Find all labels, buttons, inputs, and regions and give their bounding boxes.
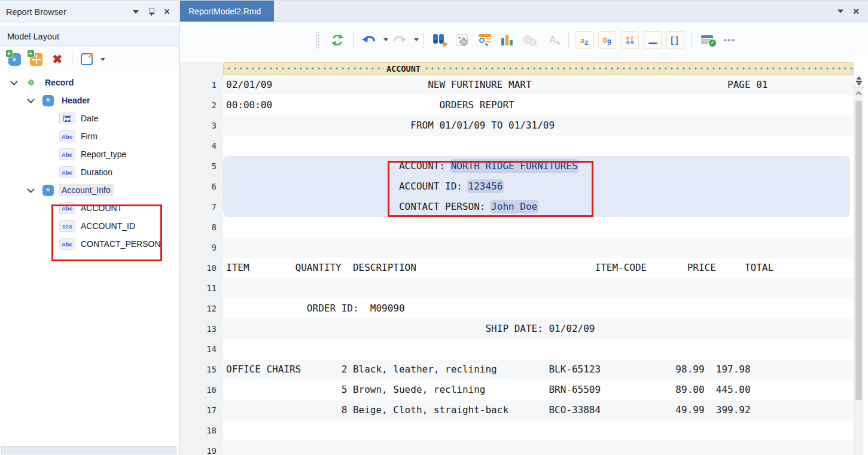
text-field-icon: Abc xyxy=(57,166,77,178)
line-text[interactable]: FROM 01/01/09 TO 01/31/09 xyxy=(223,115,854,136)
gear-settings-icon xyxy=(521,31,539,49)
tree-item-date[interactable]: Date xyxy=(0,109,179,127)
tree-item-contact_person[interactable]: AbcCONTACT_PERSON xyxy=(0,235,179,253)
line-number: 2 xyxy=(180,95,223,115)
tree-item-record[interactable]: Record xyxy=(0,74,179,91)
tree-item-label: Report_type xyxy=(81,149,126,159)
tree-item-account[interactable]: AbcACCOUNT xyxy=(0,199,179,217)
export-dropdown-icon[interactable] xyxy=(100,58,105,61)
add-fields-icon[interactable] xyxy=(27,50,45,68)
line-text[interactable] xyxy=(223,441,854,455)
bracket-field-icon[interactable]: [] xyxy=(666,31,684,49)
report-editor: ACCOUNT 102/01/09 NEW FURTINURE MART PAG… xyxy=(180,57,868,455)
chevron-down-icon[interactable] xyxy=(23,99,38,102)
line-text[interactable] xyxy=(223,217,854,237)
pattern-search-icon[interactable] xyxy=(476,31,494,49)
delete-icon[interactable]: ✖ xyxy=(48,50,66,68)
line-text[interactable]: ORDER ID: M09090 xyxy=(223,298,854,319)
undo-dropdown-icon[interactable] xyxy=(383,38,388,41)
line-number: 16 xyxy=(180,380,223,400)
more-icon[interactable]: ••• xyxy=(721,31,739,49)
vertical-scrollbar[interactable] xyxy=(854,75,863,455)
report-line: 10ITEM QUANTITY DESCRIPTION ITEM-CODE PR… xyxy=(180,258,868,278)
splitter-handle-icon[interactable] xyxy=(854,75,864,88)
line-number: 10 xyxy=(180,258,223,278)
pin-icon[interactable] xyxy=(145,7,157,17)
report-line: 13 SHIP DATE: 01/02/09 xyxy=(180,319,868,339)
line-text[interactable]: SHIP DATE: 01/02/09 xyxy=(223,319,854,339)
report-line: 12 ORDER ID: M09090 xyxy=(180,298,868,319)
line-number: 12 xyxy=(180,298,223,319)
refresh-icon[interactable] xyxy=(328,31,346,49)
line-number: 14 xyxy=(180,339,223,359)
record-icon xyxy=(22,80,41,85)
chevron-down-icon[interactable] xyxy=(23,189,38,192)
line-number: 5 xyxy=(180,156,223,176)
line-text[interactable] xyxy=(223,136,854,156)
report-line: 15OFFICE CHAIRS 2 Black, leather, reclin… xyxy=(180,359,868,380)
line-text[interactable] xyxy=(223,278,854,298)
line-text[interactable]: 5 Brown, Suede, reclining BRN-65509 89.0… xyxy=(223,380,854,400)
toolbar-grip-icon[interactable] xyxy=(315,31,320,49)
alnum-field-icon[interactable]: a-z0-9 xyxy=(621,31,639,49)
doc-dropdown-icon[interactable] xyxy=(835,6,846,17)
tree-item-label: Record xyxy=(45,78,74,87)
add-record-icon[interactable]: * xyxy=(5,50,23,68)
report-line: 11 xyxy=(180,278,868,298)
alpha-field-icon[interactable]: az xyxy=(575,31,593,49)
tree-item-label: Header xyxy=(62,96,90,105)
toolbar-separator xyxy=(353,32,354,48)
export-icon[interactable] xyxy=(78,50,96,68)
tree-item-account_id[interactable]: 123ACCOUNT_ID xyxy=(0,217,179,235)
field-value-highlight[interactable]: 123456 xyxy=(468,181,503,192)
report-line: 16 5 Brown, Suede, reclining BRN-65509 8… xyxy=(180,380,868,400)
line-number: 9 xyxy=(180,237,223,258)
redo-dropdown-icon[interactable] xyxy=(414,38,419,41)
line-text[interactable] xyxy=(223,420,854,441)
scrollbar-thumb[interactable] xyxy=(855,101,862,400)
line-text[interactable]: 02/01/09 NEW FURTINURE MART PAGE 01 xyxy=(223,75,854,95)
line-number: 18 xyxy=(180,420,223,441)
doc-close-icon[interactable]: ✕ xyxy=(850,6,862,17)
auto-create-fields-icon[interactable] xyxy=(453,31,471,49)
region-ruler[interactable]: ACCOUNT xyxy=(223,62,854,75)
line-text[interactable]: CONTACT PERSON: John Doe xyxy=(223,197,854,217)
line-number: 17 xyxy=(180,400,223,420)
tree-item-label: Duration xyxy=(81,167,112,177)
line-text[interactable]: 8 Beige, Cloth, straight-back BCO-33884 … xyxy=(223,400,854,420)
field-value-highlight[interactable]: John Doe xyxy=(491,201,537,212)
panel-dropdown-icon[interactable] xyxy=(130,7,142,17)
line-text[interactable] xyxy=(223,339,854,359)
tree-item-account_info[interactable]: *Account_Info xyxy=(0,181,179,199)
space-field-icon[interactable] xyxy=(644,31,662,49)
panel-close-icon[interactable]: ✕ xyxy=(161,7,173,17)
toolbar-separator xyxy=(72,52,72,66)
report-line: 9 xyxy=(180,237,868,258)
line-text[interactable]: ACCOUNT ID: 123456 xyxy=(223,176,854,197)
text-field-icon: Abc xyxy=(57,238,77,250)
tree-item-firm[interactable]: AbcFirm xyxy=(0,127,179,145)
model-tree: Record*HeaderDateAbcFirmAbcReport_typeAb… xyxy=(0,71,179,253)
document-tabbar: ReportModel2.Rmd ✕ xyxy=(180,1,868,22)
tree-item-report_type[interactable]: AbcReport_type xyxy=(0,145,179,163)
verify-model-icon[interactable] xyxy=(698,31,716,49)
tab-reportmodel2[interactable]: ReportModel2.Rmd xyxy=(180,1,274,22)
find-icon[interactable] xyxy=(430,31,448,49)
line-text[interactable] xyxy=(223,237,854,258)
report-line: 6 ACCOUNT ID: 123456 xyxy=(180,176,868,197)
undo-icon[interactable] xyxy=(360,31,378,49)
line-text[interactable]: OFFICE CHAIRS 2 Black, leather, reclinin… xyxy=(223,359,854,380)
scroll-up-icon[interactable] xyxy=(854,88,863,97)
line-text[interactable]: ACCOUNT: NORTH RIDGE FURNITURES xyxy=(223,156,854,176)
line-text[interactable]: 00:00:00 ORDERS REPORT xyxy=(223,95,854,115)
region-label: ACCOUNT xyxy=(384,63,423,74)
redo-icon xyxy=(391,31,409,49)
line-text[interactable]: ITEM QUANTITY DESCRIPTION ITEM-CODE PRIC… xyxy=(223,258,854,278)
field-value-highlight[interactable]: NORTH RIDGE FURNITURES xyxy=(451,160,578,172)
tree-item-duration[interactable]: AbcDuration xyxy=(0,163,179,181)
report-lines: 102/01/09 NEW FURTINURE MART PAGE 01200:… xyxy=(180,75,868,455)
numeric-field-icon[interactable]: 09 xyxy=(598,31,616,49)
tree-item-header[interactable]: *Header xyxy=(0,91,179,109)
chevron-down-icon[interactable] xyxy=(6,81,22,84)
chart-icon[interactable] xyxy=(498,31,516,49)
